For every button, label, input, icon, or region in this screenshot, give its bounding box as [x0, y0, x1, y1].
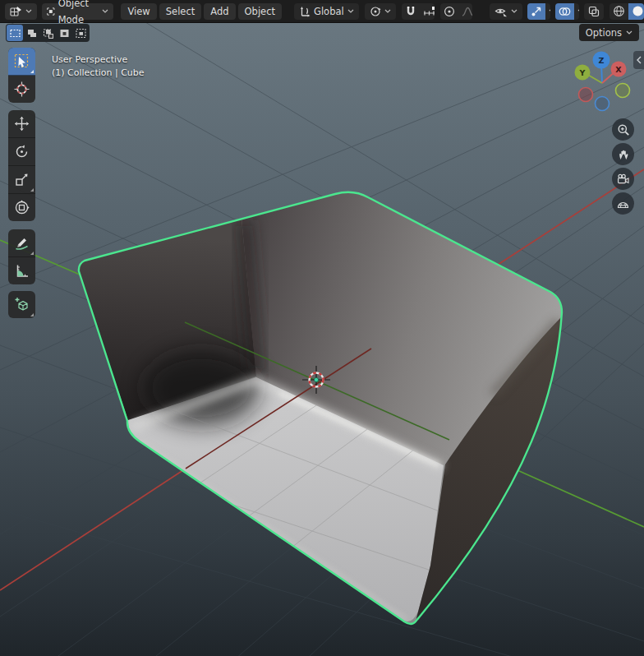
select-mode-invert[interactable] — [56, 25, 72, 41]
gizmo-neg-y-ball[interactable] — [616, 84, 630, 98]
camera-icon — [616, 172, 630, 186]
gizmo-arrow-icon — [531, 6, 542, 17]
mode-dropdown[interactable]: Object Mode — [42, 3, 113, 20]
camera-view-button[interactable] — [612, 168, 634, 190]
measure-tool[interactable] — [8, 257, 35, 284]
rotate-icon — [14, 144, 30, 159]
proportional-edit-group — [440, 3, 472, 20]
select-mode-subtract[interactable] — [39, 25, 56, 41]
tool-options-corner — [30, 313, 34, 316]
viewport-3d[interactable] — [0, 0, 644, 656]
gizmo-y-label: Y — [579, 68, 586, 77]
magnet-icon — [405, 6, 416, 17]
chevron-down-icon — [25, 9, 32, 13]
transform-tool[interactable] — [8, 194, 35, 221]
select-subtract-icon — [42, 27, 54, 39]
select-set-icon — [9, 27, 21, 39]
options-dropdown[interactable]: Options — [579, 24, 639, 41]
annotate-tool[interactable] — [8, 229, 35, 257]
editor-type-dropdown[interactable] — [5, 3, 37, 20]
hand-icon — [617, 148, 630, 161]
xray-toggle[interactable] — [584, 3, 604, 20]
chevron-down-icon — [102, 9, 108, 13]
shading-mode-group — [610, 3, 644, 20]
gizmo-settings-dropdown[interactable] — [545, 3, 550, 20]
gizmo-x-label: X — [615, 65, 622, 74]
menu-add[interactable]: Add — [204, 3, 235, 20]
falloff-curve-icon — [462, 6, 472, 17]
chevron-down-icon — [549, 9, 550, 13]
select-intersect-icon — [75, 27, 87, 39]
pan-button[interactable] — [612, 143, 634, 165]
blender-window: Z Y X User Perspective (1) Collection | … — [0, 0, 644, 656]
object-visibility-dropdown[interactable] — [490, 3, 522, 20]
overlays-icon — [559, 6, 571, 17]
menu-view-label: View — [127, 3, 150, 20]
snap-settings-dropdown[interactable] — [420, 3, 435, 20]
orientation-label: Global — [314, 3, 344, 20]
options-label: Options — [586, 27, 622, 39]
gizmo-neg-x-ball[interactable] — [579, 88, 593, 102]
object-mode-icon — [47, 6, 55, 17]
chevron-down-icon — [347, 9, 354, 13]
menu-object[interactable]: Object — [238, 3, 282, 20]
add-cube-tool[interactable] — [8, 291, 35, 318]
solid-shading-button[interactable] — [628, 3, 644, 20]
zoom-button[interactable] — [612, 118, 634, 141]
chevron-down-icon — [626, 30, 632, 35]
move-icon — [14, 116, 30, 132]
snap-toggle[interactable] — [402, 3, 420, 20]
active-object-breadcrumb: (1) Collection | Cube — [52, 67, 145, 78]
toggle-ortho-button[interactable] — [612, 192, 634, 215]
toolbar-group-add — [8, 291, 35, 318]
select-mode-group — [6, 24, 90, 42]
proportional-falloff-dropdown[interactable] — [458, 3, 472, 20]
move-tool[interactable] — [8, 110, 35, 138]
view-perspective-label: User Perspective — [52, 54, 127, 65]
select-extend-icon — [25, 27, 38, 39]
transform-orientation-dropdown[interactable]: Global — [294, 3, 359, 20]
menu-select-label: Select — [166, 3, 195, 20]
gizmo-z-label: Z — [599, 56, 605, 65]
snap-increment-icon — [423, 6, 435, 17]
select-mode-set[interactable] — [7, 25, 23, 41]
chevron-down-icon — [384, 9, 391, 13]
select-mode-intersect[interactable] — [72, 25, 89, 41]
add-cube-icon — [14, 297, 30, 312]
select-box-icon — [14, 53, 30, 69]
menu-add-label: Add — [210, 3, 228, 20]
select-mode-extend[interactable] — [23, 25, 39, 41]
magnifier-plus-icon — [617, 123, 630, 136]
pivot-icon — [370, 6, 381, 17]
tool-settings-bar: Options — [0, 22, 644, 44]
annotate-pencil-icon — [14, 235, 30, 251]
cursor-tool[interactable] — [8, 76, 35, 103]
wireframe-shading-button[interactable] — [610, 3, 628, 20]
transform-icon — [14, 200, 30, 215]
viewport-header: Object Mode View Select Add Object Globa… — [0, 0, 644, 23]
show-gizmo-toggle[interactable] — [527, 3, 545, 20]
wireframe-globe-icon — [613, 5, 625, 17]
scale-tool[interactable] — [8, 166, 35, 194]
snap-group — [402, 3, 435, 20]
gizmos-group — [527, 3, 550, 20]
tool-options-corner — [30, 188, 34, 192]
sidebar-collapse-tab[interactable] — [633, 51, 644, 69]
viewport-editor-icon — [10, 6, 22, 17]
menu-view[interactable]: View — [121, 3, 156, 20]
show-overlays-toggle[interactable] — [555, 3, 574, 20]
proportional-edit-toggle[interactable] — [440, 3, 458, 20]
orientation-axes-icon — [299, 6, 310, 17]
select-box-tool[interactable] — [8, 48, 35, 76]
solid-sphere-icon — [632, 5, 644, 17]
overlays-group — [555, 3, 579, 20]
gizmo-neg-z-ball[interactable] — [596, 97, 610, 111]
overlays-settings-dropdown[interactable] — [574, 3, 579, 20]
tool-options-corner — [30, 252, 34, 255]
pivot-point-dropdown[interactable] — [365, 3, 396, 20]
navigation-gizmo[interactable]: Z Y X — [567, 46, 641, 120]
toolbar-group-annotate — [8, 229, 35, 284]
rotate-tool[interactable] — [8, 138, 35, 166]
tool-options-corner — [30, 70, 34, 73]
menu-select[interactable]: Select — [159, 3, 201, 20]
